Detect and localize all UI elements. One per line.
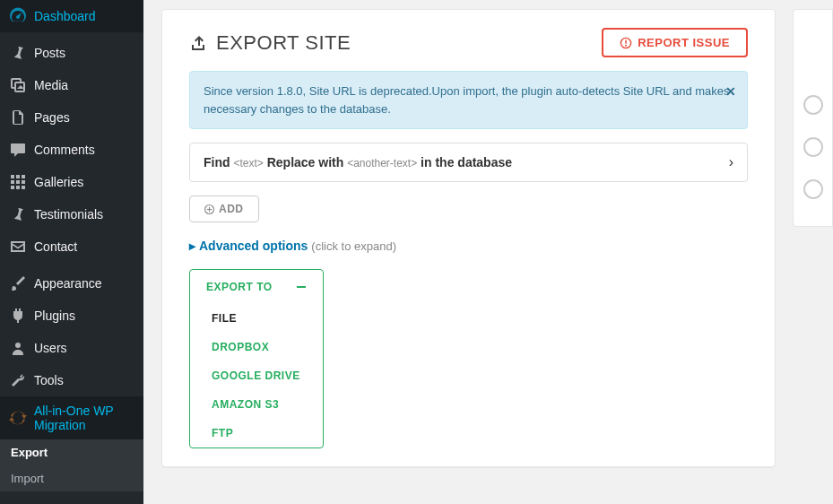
export-option-file[interactable]: FILE: [190, 304, 323, 333]
panel-title-text: EXPORT SITE: [216, 31, 351, 55]
pages-icon: [9, 109, 27, 126]
sidebar-label: Comments: [34, 143, 95, 157]
sidebar-label: Galleries: [34, 175, 83, 189]
triangle-right-icon: ▸: [189, 239, 195, 253]
export-option-gdrive[interactable]: GOOGLE DRIVE: [190, 361, 323, 390]
sidebar-label: Appearance: [34, 276, 102, 291]
sidebar-item-tools[interactable]: Tools: [0, 364, 143, 396]
gauge-icon: [9, 7, 27, 25]
svg-rect-3: [11, 180, 14, 184]
svg-rect-15: [207, 208, 213, 209]
svg-rect-4: [16, 180, 20, 184]
radio-indicator[interactable]: [803, 137, 823, 157]
svg-rect-0: [11, 175, 14, 178]
panel-header: EXPORT SITE REPORT ISSUE: [189, 28, 748, 57]
sidebar-label: Plugins: [34, 308, 75, 323]
radio-indicator[interactable]: [803, 95, 823, 115]
svg-rect-7: [16, 186, 20, 189]
panel-title: EXPORT SITE: [189, 31, 351, 55]
sidebar-item-pages[interactable]: Pages: [0, 101, 143, 134]
side-panel-partial: [793, 9, 833, 227]
wrench-icon: [9, 371, 27, 389]
export-option-dropbox[interactable]: DROPBOX: [190, 333, 323, 361]
export-option-s3[interactable]: AMAZON S3: [190, 390, 323, 419]
sidebar-item-media[interactable]: Media: [0, 69, 143, 101]
advanced-label: Advanced options: [199, 239, 308, 253]
brush-icon: [9, 274, 27, 292]
sidebar-item-users[interactable]: Users: [0, 332, 143, 364]
export-option-ftp[interactable]: FTP: [190, 419, 323, 448]
export-to-label: EXPORT TO: [206, 281, 273, 293]
media-icon: [9, 76, 27, 94]
plus-icon: [204, 204, 214, 214]
sidebar-label: Dashboard: [34, 9, 96, 23]
sidebar-item-testimonials[interactable]: Testimonials: [0, 198, 143, 230]
sidebar-label: Testimonials: [34, 207, 103, 222]
migration-icon: [9, 409, 27, 427]
add-button-label: ADD: [219, 203, 244, 215]
sidebar-item-migration[interactable]: All-in-One WP Migration: [0, 396, 143, 439]
sidebar-label: Tools: [34, 373, 64, 387]
svg-point-12: [626, 45, 627, 46]
sidebar-label: Posts: [34, 46, 65, 60]
comment-icon: [9, 141, 27, 159]
add-button[interactable]: ADD: [189, 196, 259, 222]
alert-text: Since version 1.8.0, Site URL is depreca…: [204, 84, 730, 116]
export-to-dropdown: EXPORT TO FILE DROPBOX GOOGLE DRIVE AMAZ…: [189, 269, 324, 448]
admin-sidebar: Dashboard Posts Media Pages Comments Gal…: [0, 0, 143, 504]
sidebar-label: Contact: [34, 239, 77, 254]
submenu-export[interactable]: Export: [0, 439, 143, 465]
sidebar-item-posts[interactable]: Posts: [0, 37, 143, 69]
user-icon: [9, 339, 27, 357]
sidebar-item-galleries[interactable]: Galleries: [0, 166, 143, 198]
sidebar-label: Users: [34, 341, 67, 355]
warning-icon: [620, 37, 632, 49]
advanced-hint: (click to expand): [311, 239, 396, 253]
submenu-import[interactable]: Import: [0, 465, 143, 491]
mail-icon: [9, 238, 27, 256]
chevron-right-icon: ›: [729, 154, 733, 170]
sidebar-item-appearance[interactable]: Appearance: [0, 267, 143, 300]
minus-icon: [296, 282, 307, 292]
svg-rect-8: [22, 186, 25, 189]
export-to-button[interactable]: EXPORT TO: [190, 270, 323, 304]
sidebar-submenu: Export Import: [0, 439, 143, 491]
plug-icon: [9, 307, 27, 325]
main-content: EXPORT SITE REPORT ISSUE Since version 1…: [143, 0, 833, 504]
svg-rect-5: [22, 180, 25, 184]
alert-close-icon[interactable]: ✕: [725, 83, 736, 101]
report-button-label: REPORT ISSUE: [638, 36, 730, 49]
sidebar-item-plugins[interactable]: Plugins: [0, 300, 143, 332]
pin-icon: [9, 205, 27, 223]
svg-rect-6: [11, 186, 14, 189]
sidebar-label: All-in-One WP Migration: [34, 404, 134, 432]
sidebar-item-dashboard[interactable]: Dashboard: [0, 0, 143, 32]
sidebar-item-comments[interactable]: Comments: [0, 134, 143, 166]
svg-rect-1: [16, 175, 20, 178]
sidebar-item-contact[interactable]: Contact: [0, 230, 143, 263]
info-alert: Since version 1.8.0, Site URL is depreca…: [189, 71, 748, 129]
sidebar-label: Media: [34, 78, 68, 92]
report-issue-button[interactable]: REPORT ISSUE: [602, 28, 748, 57]
find-replace-row[interactable]: Find <text> Replace with <another-text> …: [189, 143, 748, 182]
radio-indicator[interactable]: [803, 179, 823, 199]
svg-rect-2: [22, 175, 25, 178]
find-replace-label: Find <text> Replace with <another-text> …: [204, 155, 512, 169]
pin-icon: [9, 44, 27, 62]
export-panel: EXPORT SITE REPORT ISSUE Since version 1…: [161, 9, 776, 467]
advanced-options-toggle[interactable]: ▸ Advanced options (click to expand): [189, 239, 748, 253]
sidebar-label: Pages: [34, 110, 70, 125]
export-icon: [189, 34, 207, 52]
grid-icon: [9, 173, 27, 191]
svg-point-9: [15, 343, 21, 348]
